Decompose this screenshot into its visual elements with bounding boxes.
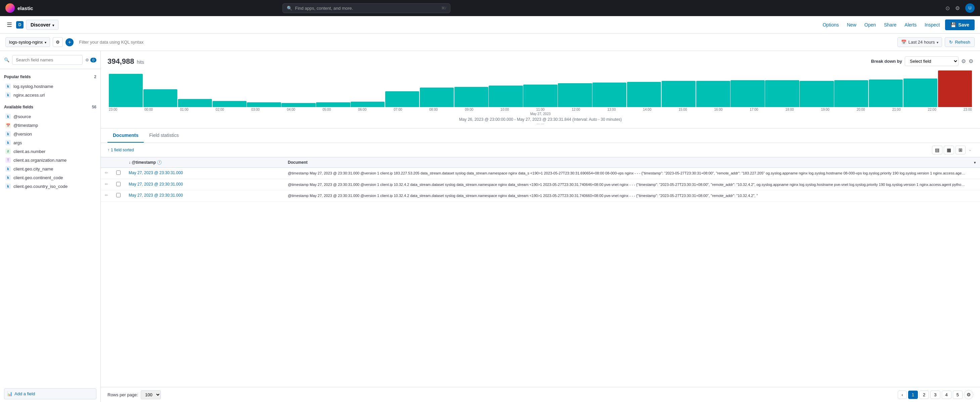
refresh-button[interactable]: ↻ Refresh	[945, 37, 975, 47]
list-item[interactable]: k client.geo.country_iso_code	[4, 182, 96, 191]
full-view-button[interactable]: ⊞	[956, 146, 966, 154]
kql-input[interactable]	[76, 38, 894, 46]
expand-row-icon[interactable]: ✏	[105, 182, 108, 187]
list-item[interactable]: k log.syslog.hostname	[4, 82, 96, 90]
search-field-names-input[interactable]	[12, 55, 83, 65]
elastic-logo[interactable]: elastic	[5, 3, 33, 13]
sort-arrow-icon: ↑	[107, 148, 110, 152]
compact-view-button[interactable]: ▤	[932, 146, 942, 154]
chart-settings-icon[interactable]: ⚙	[961, 58, 966, 65]
row-action-cell	[970, 190, 980, 202]
page-buttons: ‹ 1 2 3 4 5 ⚙	[898, 390, 973, 399]
page-1-button[interactable]: 1	[908, 391, 918, 399]
list-item[interactable]: T client.as.organization.name	[4, 156, 96, 165]
new-button[interactable]: New	[844, 20, 859, 30]
help-icon[interactable]: ⊙	[945, 5, 950, 11]
date-picker[interactable]: 📅 Last 24 hours	[897, 37, 942, 47]
content-area: 394,988 hits Break down by Select field …	[101, 51, 980, 402]
page-4-button[interactable]: 4	[942, 391, 951, 399]
x-label: 11:00	[536, 108, 544, 111]
rows-per-page-select[interactable]: 100	[141, 390, 161, 399]
document-text: @timestamp May 27, 2023 @ 23:30:31.000 @…	[288, 171, 966, 176]
prev-page-button[interactable]: ‹	[898, 391, 907, 399]
share-button[interactable]: Share	[881, 20, 899, 30]
tab-field-statistics[interactable]: Field statistics	[144, 128, 184, 142]
alerts-button[interactable]: Alerts	[902, 20, 919, 30]
discover-dropdown[interactable]: Discover	[26, 20, 59, 30]
chart-drag-handle[interactable]: — —	[107, 122, 973, 125]
field-name: client.as.number	[13, 149, 45, 154]
sort-info: ↑ 1 field sorted	[107, 148, 134, 152]
global-search[interactable]: 🔍 Find apps, content, and more. ⌘/	[282, 3, 450, 13]
histogram-chart[interactable]: 23:00 00:00 01:00 02:00 03:00 04:00 05:0…	[107, 70, 973, 116]
add-filter-button[interactable]: +	[65, 38, 73, 46]
row-checkbox[interactable]	[116, 193, 121, 197]
row-expand-cell[interactable]: ✏	[101, 190, 112, 202]
expanded-view-button[interactable]: ▦	[944, 146, 954, 154]
user-avatar[interactable]: U	[965, 3, 975, 13]
x-label: 03:00	[251, 108, 259, 111]
open-button[interactable]: Open	[862, 20, 878, 30]
expand-col-header	[101, 157, 112, 168]
page-2-button[interactable]: 2	[919, 391, 929, 399]
save-button[interactable]: 💾 Save	[945, 19, 975, 30]
timestamp-col-header[interactable]: ↓ @timestamp 🕐	[125, 157, 284, 168]
main-layout: 🔍 ⚙ 0 Popular fields 2 k log.syslog.host…	[0, 51, 980, 402]
add-field-button[interactable]: 📊 Add a field	[4, 388, 96, 399]
list-item[interactable]: k @version	[4, 130, 96, 138]
document-header-label: Document	[288, 160, 308, 165]
list-item[interactable]: k args	[4, 138, 96, 147]
available-fields-label: Available fields	[4, 105, 33, 109]
filter-options-button[interactable]: ⚙	[53, 37, 63, 47]
sidebar-content: Popular fields 2 k log.syslog.hostname k…	[0, 69, 100, 386]
page-3-button[interactable]: 3	[930, 391, 940, 399]
expand-icon: ⌄	[967, 146, 973, 154]
bar	[454, 87, 488, 108]
index-selector[interactable]: logs-syslog-nginx	[5, 37, 50, 47]
document-col-header[interactable]: Document	[284, 157, 970, 168]
popular-fields-header[interactable]: Popular fields 2	[4, 72, 96, 82]
row-checkbox[interactable]	[116, 171, 121, 175]
list-item[interactable]: k client.geo.continent_code	[4, 173, 96, 182]
list-item[interactable]: k @source	[4, 112, 96, 121]
page-5-button[interactable]: 5	[953, 391, 963, 399]
options-button[interactable]: Options	[820, 20, 841, 30]
row-checkbox-cell[interactable]	[112, 168, 125, 179]
list-item[interactable]: 📅 @timestamp	[4, 121, 96, 130]
available-fields-header[interactable]: Available fields 56	[4, 102, 96, 112]
expand-row-icon[interactable]: ✏	[105, 193, 108, 198]
field-type-number-icon: #	[5, 149, 11, 154]
filter-count-button[interactable]: ⚙ 0	[85, 58, 96, 62]
list-item[interactable]: k nginx.access.url	[4, 90, 96, 99]
refresh-label: Refresh	[955, 40, 970, 44]
list-item[interactable]: k client.geo.city_name	[4, 165, 96, 173]
pagination-settings-button[interactable]: ⚙	[964, 390, 973, 399]
hamburger-menu[interactable]: ☰	[5, 20, 13, 30]
row-action-cell	[970, 179, 980, 190]
tab-documents[interactable]: Documents	[107, 128, 144, 142]
bar	[385, 91, 419, 107]
row-checkbox-cell[interactable]	[112, 190, 125, 202]
field-name: @source	[13, 114, 31, 119]
row-expand-cell[interactable]: ✏	[101, 168, 112, 179]
bar	[351, 102, 385, 108]
search-icon: 🔍	[287, 6, 292, 11]
row-expand-cell[interactable]: ✏	[101, 179, 112, 190]
row-checkbox-cell[interactable]	[112, 179, 125, 190]
bar	[316, 102, 350, 107]
expand-row-icon[interactable]: ✏	[105, 171, 108, 175]
notifications-icon[interactable]: ⚙	[955, 5, 960, 11]
field-type-keyword-icon: k	[5, 92, 11, 98]
clock-icon: 🕐	[157, 160, 162, 165]
field-type-keyword-icon: k	[5, 131, 11, 136]
inspect-button[interactable]: Inspect	[922, 20, 942, 30]
row-checkbox[interactable]	[116, 182, 121, 186]
breakdown-select[interactable]: Select field	[905, 56, 959, 66]
chart-config-icon[interactable]: ⚙	[969, 58, 973, 65]
table-body: ✏ May 27, 2023 @ 23:30:31.000 @timestamp…	[101, 168, 980, 202]
bar	[834, 80, 868, 107]
list-item[interactable]: # client.as.number	[4, 147, 96, 156]
bar	[143, 89, 177, 107]
documents-table-area: ↓ @timestamp 🕐 Document ✏	[101, 157, 980, 387]
bar	[904, 79, 937, 107]
